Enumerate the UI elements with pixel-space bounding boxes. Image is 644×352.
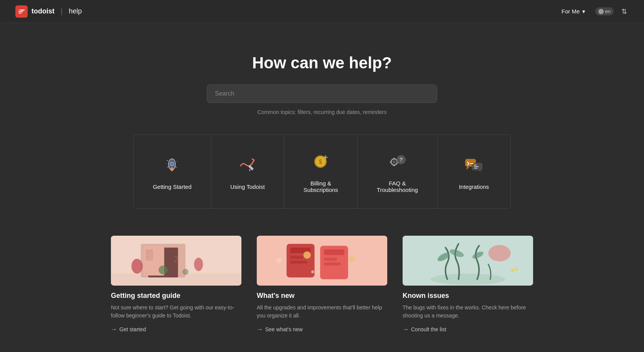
svg-rect-36 bbox=[474, 168, 477, 169]
featured-whats-new[interactable]: What's new All the upgrades and improvem… bbox=[257, 236, 387, 333]
svg-marker-30 bbox=[479, 170, 482, 173]
arrow-right-icon-3: → bbox=[403, 326, 409, 333]
featured-section: 2 Getting started guide Not sure where t… bbox=[111, 236, 533, 333]
common-topics: Common topics: filters, recurring due da… bbox=[258, 109, 387, 115]
known-issues-image bbox=[403, 236, 533, 286]
svg-rect-56 bbox=[324, 263, 341, 266]
logo-divider: | bbox=[61, 7, 63, 16]
settings-button[interactable]: ⇅ bbox=[620, 6, 629, 17]
whats-new-link[interactable]: → See what's new bbox=[257, 326, 387, 333]
header: todoist | help For Me ▾ en ⇅ bbox=[0, 0, 644, 23]
svg-point-20 bbox=[393, 160, 396, 164]
getting-started-title: Getting started guide bbox=[111, 292, 241, 300]
known-issues-link[interactable]: → Consult the list bbox=[403, 326, 533, 333]
whats-new-image bbox=[257, 236, 387, 286]
svg-point-6 bbox=[167, 160, 168, 161]
gear-question-icon: ? bbox=[386, 150, 409, 173]
rocket-icon bbox=[161, 154, 184, 177]
for-me-button[interactable]: For Me ▾ bbox=[558, 6, 589, 17]
svg-point-58 bbox=[349, 256, 355, 262]
chat-code-icon bbox=[462, 154, 485, 177]
svg-text:$: $ bbox=[319, 159, 322, 165]
search-bar bbox=[207, 84, 437, 103]
search-input[interactable] bbox=[207, 84, 437, 103]
arrow-right-icon-2: → bbox=[257, 326, 263, 333]
svg-rect-22 bbox=[393, 165, 395, 166]
svg-point-59 bbox=[276, 258, 282, 263]
whats-new-desc: All the upgrades and improvements that'l… bbox=[257, 304, 387, 320]
svg-rect-35 bbox=[474, 166, 479, 167]
category-billing-label: Billing &Subscriptions bbox=[304, 180, 338, 193]
svg-point-7 bbox=[177, 161, 177, 162]
whats-new-link-text: See what's new bbox=[265, 326, 303, 332]
svg-point-61 bbox=[317, 270, 320, 273]
for-me-label: For Me bbox=[561, 8, 580, 15]
svg-point-63 bbox=[431, 274, 505, 285]
svg-rect-52 bbox=[290, 261, 307, 264]
category-billing-subscriptions[interactable]: $ Billing &Subscriptions bbox=[284, 135, 358, 208]
whats-new-title: What's new bbox=[257, 292, 387, 300]
svg-rect-21 bbox=[393, 158, 395, 159]
known-issues-desc: The bugs with fixes in the works. Check … bbox=[403, 304, 533, 320]
logo-brand-text: todoist bbox=[31, 7, 54, 15]
getting-started-link-text: Get started bbox=[119, 326, 146, 332]
coin-icon: $ bbox=[309, 150, 332, 173]
svg-point-46 bbox=[183, 269, 189, 275]
main-content: How can we help? Common topics: filters,… bbox=[0, 23, 644, 352]
category-faq-label: FAQ &Troubleshooting bbox=[377, 180, 418, 193]
svg-point-8 bbox=[166, 163, 167, 164]
svg-point-43 bbox=[131, 259, 142, 274]
svg-text:2: 2 bbox=[174, 254, 179, 264]
svg-point-45 bbox=[159, 266, 167, 274]
hero-title: How can we help? bbox=[252, 54, 392, 72]
svg-rect-34 bbox=[474, 165, 477, 165]
svg-rect-42 bbox=[145, 250, 153, 261]
logo-area: todoist | help bbox=[15, 5, 82, 18]
getting-started-desc: Not sure where to start? Get going with … bbox=[111, 304, 241, 320]
svg-point-69 bbox=[514, 267, 518, 271]
categories-row: Getting Started Using Todoist bbox=[133, 134, 511, 209]
svg-rect-1 bbox=[18, 11, 23, 12]
svg-rect-54 bbox=[324, 250, 344, 255]
featured-known-issues[interactable]: Known issues The bugs with fixes in the … bbox=[403, 236, 533, 333]
logo-help-text: help bbox=[69, 7, 82, 15]
known-issues-title: Known issues bbox=[403, 292, 533, 300]
svg-rect-51 bbox=[290, 256, 303, 259]
arrow-check-icon bbox=[236, 154, 259, 177]
svg-point-60 bbox=[311, 270, 314, 273]
svg-point-67 bbox=[488, 245, 510, 261]
svg-rect-55 bbox=[324, 258, 337, 261]
svg-rect-23 bbox=[390, 161, 391, 163]
svg-marker-28 bbox=[466, 167, 469, 170]
category-getting-started[interactable]: Getting Started bbox=[134, 135, 211, 208]
category-using-todoist-label: Using Todoist bbox=[230, 183, 265, 190]
language-label: en bbox=[605, 8, 611, 14]
featured-getting-started[interactable]: 2 Getting started guide Not sure where t… bbox=[111, 236, 241, 333]
category-getting-started-label: Getting Started bbox=[153, 183, 192, 190]
common-topics-text: Common topics: filters, recurring due da… bbox=[258, 109, 387, 115]
svg-text:?: ? bbox=[400, 157, 403, 163]
svg-point-57 bbox=[303, 251, 310, 259]
settings-icon: ⇅ bbox=[621, 8, 627, 15]
language-toggle[interactable]: en bbox=[595, 7, 614, 15]
getting-started-link[interactable]: → Get started bbox=[111, 326, 241, 333]
known-issues-link-text: Consult the list bbox=[411, 326, 446, 332]
category-integrations-label: Integrations bbox=[459, 183, 489, 190]
category-using-todoist[interactable]: Using Todoist bbox=[211, 135, 284, 208]
svg-point-4 bbox=[170, 167, 173, 171]
toggle-dot bbox=[598, 9, 604, 14]
category-integrations[interactable]: Integrations bbox=[438, 135, 510, 208]
svg-point-44 bbox=[194, 258, 203, 271]
chevron-down-icon: ▾ bbox=[582, 8, 585, 15]
arrow-right-icon: → bbox=[111, 326, 117, 333]
getting-started-image: 2 bbox=[111, 236, 241, 286]
todoist-logo-icon bbox=[15, 5, 28, 18]
header-right: For Me ▾ en ⇅ bbox=[558, 6, 629, 17]
category-faq-troubleshooting[interactable]: ? FAQ &Troubleshooting bbox=[358, 135, 438, 208]
svg-rect-2 bbox=[18, 13, 22, 14]
